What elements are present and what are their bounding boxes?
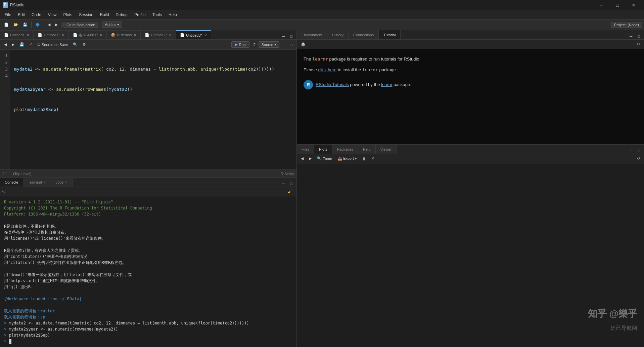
re-run-button[interactable]: ↺ — [250, 41, 258, 48]
minimize-console-button[interactable]: ─ — [280, 181, 287, 187]
tab-help[interactable]: Help — [358, 145, 376, 154]
files-tab-bar: Files Plots Packages Help Viewer ─ □ — [297, 145, 644, 154]
tab-console[interactable]: Console — [0, 178, 23, 187]
forward-button[interactable]: ▶ — [53, 22, 60, 28]
home-button[interactable]: 🏠 — [299, 41, 308, 47]
minimize-editor-tab-button[interactable]: ─ — [280, 33, 287, 39]
back-button[interactable]: ◀ — [46, 22, 52, 28]
tab-jobs[interactable]: Jobs ✕ — [51, 178, 73, 187]
menubar-item-session[interactable]: Session — [76, 11, 97, 18]
editor-tab-0[interactable]: 📄 Untitled1✕ — [0, 30, 34, 39]
new-file-button[interactable]: 📄 — [2, 22, 11, 28]
learnr-link[interactable]: learnr — [381, 82, 392, 87]
refresh-plots-button[interactable]: ↺ — [635, 155, 642, 162]
tab-close-icon[interactable]: ✕ — [27, 33, 29, 37]
close-button[interactable]: ✕ — [626, 0, 641, 10]
code-editor[interactable]: 1 2 3 4 mydata2 <- as.data.frame(t(matri… — [0, 50, 296, 169]
maximize-files-button[interactable]: □ — [636, 148, 642, 154]
tab-tutorial[interactable]: Tutorial — [379, 30, 401, 39]
menubar-item-profile[interactable]: Profile — [131, 11, 149, 18]
console-line: 用'citation()'会告诉你如何在出版物中正确地引用R或R程序包。 — [4, 260, 292, 266]
tab-terminal[interactable]: Terminal ✕ — [23, 178, 51, 187]
tab-files[interactable]: Files — [297, 145, 314, 154]
console-line: 用'contributors()'来看合作者的详细情况 — [4, 254, 292, 260]
click-here-link[interactable]: click here — [318, 67, 336, 72]
editor-tab-2[interactable]: 📄 各31-608.R✕ — [69, 30, 107, 39]
tab-jobs-label: Jobs — [56, 180, 63, 184]
minimize-env-button[interactable]: ─ — [628, 33, 635, 39]
tab-packages[interactable]: Packages — [332, 145, 358, 154]
menubar-item-code[interactable]: Code — [28, 11, 45, 18]
save-editor-button[interactable]: 💾 — [17, 41, 26, 48]
save-button[interactable]: 💾 — [21, 22, 30, 28]
clear-console-button[interactable]: 🧹 — [286, 188, 294, 195]
source-on-save-checkbox[interactable]: ☑ Source on Save — [35, 41, 70, 48]
console-line: 用'demo()'来看一些示范程序，用'help()'来阅读在线帮助文件，或 — [4, 272, 292, 278]
menubar-item-plots[interactable]: Plots — [60, 11, 76, 18]
minimize-button[interactable]: ─ — [594, 0, 609, 10]
plots-back-button[interactable]: ◀ — [299, 155, 306, 162]
back-editor-button[interactable]: ◀ — [2, 41, 9, 48]
tab-history-label: History — [332, 33, 343, 37]
main-layout: 📄 Untitled1✕📄 Untitled1*✕📄 各31-608.R✕📦 R… — [0, 30, 644, 347]
clear-plots-button[interactable]: ✕ — [369, 155, 376, 162]
spell-check-button[interactable]: ✓ — [27, 41, 34, 48]
tab-close-icon[interactable]: ✕ — [100, 33, 102, 37]
tab-connections[interactable]: Connections — [349, 30, 379, 39]
find-button[interactable]: 🔍 — [71, 41, 80, 48]
minimize-files-button[interactable]: ─ — [628, 148, 635, 154]
terminal-close-icon[interactable]: ✕ — [43, 181, 46, 184]
menubar-item-edit[interactable]: Edit — [14, 11, 28, 18]
code-content[interactable]: mydata2 <- as.data.frame(t(matrix( co2, … — [10, 50, 296, 169]
line-numbers: 1 2 3 4 — [0, 50, 10, 169]
editor-tab-1[interactable]: 📄 Untitled1*✕ — [34, 30, 69, 39]
maximize-editor-tab-button[interactable]: □ — [288, 33, 294, 39]
menubar-item-build[interactable]: Build — [97, 11, 112, 18]
goto-file-button[interactable]: Go to file/function — [63, 22, 98, 28]
menubar-item-file[interactable]: File — [1, 11, 14, 18]
tab-close-icon[interactable]: ✕ — [134, 33, 136, 37]
console-output[interactable]: R version 4.1.2 (2021-11-01) -- "Bird Hi… — [0, 196, 296, 347]
refresh-tutorial-button[interactable]: ↺ — [635, 41, 642, 47]
app-icon: R — [3, 2, 8, 8]
tab-label: Untitled3* — [186, 33, 202, 37]
console-line — [4, 217, 292, 223]
forward-editor-button[interactable]: ▶ — [10, 41, 16, 48]
tab-environment[interactable]: Environment — [297, 30, 327, 39]
maximize-env-button[interactable]: □ — [636, 33, 642, 39]
menubar-item-debug[interactable]: Debug — [112, 11, 131, 18]
open-file-button[interactable]: 📂 — [11, 22, 20, 28]
code-tools-button[interactable]: ⚙ — [81, 41, 88, 48]
delete-plot-button[interactable]: 🗑 — [360, 156, 368, 162]
run-button[interactable]: ▶ Run — [231, 41, 249, 48]
tab-close-icon[interactable]: ✕ — [204, 33, 207, 37]
minimize-editor-button[interactable]: ─ — [280, 42, 287, 48]
maximize-console-button[interactable]: □ — [288, 181, 294, 187]
run-icon: ▶ — [235, 42, 238, 47]
editor-tab-4[interactable]: 📄 Untitled2*✕ — [141, 30, 176, 39]
tutorial-content: The learnr package is required to run tu… — [297, 49, 644, 144]
menubar-item-tools[interactable]: Tools — [149, 11, 165, 18]
addins-button[interactable]: Addins ▾ — [102, 22, 123, 28]
zoom-button[interactable]: 🔍 Zoom — [315, 155, 334, 162]
tab-plots[interactable]: Plots — [314, 145, 332, 154]
plots-forward-button[interactable]: ▶ — [307, 155, 314, 162]
maximize-editor-button[interactable]: □ — [288, 42, 294, 48]
editor-tab-3[interactable]: 📦 R demos✕ — [107, 30, 141, 39]
menubar-item-help[interactable]: Help — [165, 11, 180, 18]
separator-3 — [61, 22, 62, 28]
source-button[interactable]: Source ▾ — [259, 41, 279, 48]
export-button[interactable]: 📤 Export ▾ — [335, 155, 359, 162]
editor-tab-5[interactable]: 📄 Untitled3*✕ — [176, 30, 211, 39]
tab-close-icon[interactable]: ✕ — [169, 33, 172, 37]
new-proj-button[interactable]: 🔷 — [33, 22, 42, 28]
tab-viewer[interactable]: Viewer — [376, 145, 397, 154]
menubar-item-view[interactable]: View — [45, 11, 60, 18]
maximize-button[interactable]: □ — [610, 0, 625, 10]
tab-close-icon[interactable]: ✕ — [62, 33, 64, 37]
tab-history[interactable]: History — [327, 30, 349, 39]
tab-tutorial-label: Tutorial — [383, 33, 396, 37]
tab-label: R demos — [117, 33, 132, 37]
rstudio-tutorials-link[interactable]: RStudio Tutorials — [316, 82, 349, 87]
jobs-close-icon[interactable]: ✕ — [65, 181, 67, 184]
